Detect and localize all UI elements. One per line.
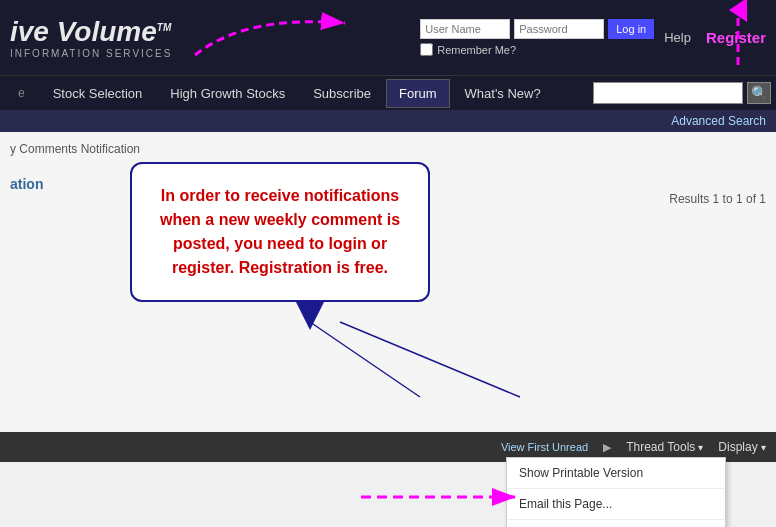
remember-checkbox[interactable] bbox=[420, 43, 433, 56]
header-right: Log in Remember Me? Help Register bbox=[420, 19, 766, 56]
svg-line-4 bbox=[340, 322, 520, 397]
advanced-search-bar: Advanced Search bbox=[0, 110, 776, 132]
thread-tools-button[interactable]: Thread Tools ▾ bbox=[626, 440, 703, 454]
logo: ive VolumeTM INFORMATION SERVICES bbox=[10, 16, 172, 59]
logo-subtitle: INFORMATION SERVICES bbox=[10, 48, 172, 59]
main-content: y Comments Notification ation Results 1 … bbox=[0, 132, 776, 432]
login-area: Log in Remember Me? bbox=[420, 19, 654, 56]
header-links: Help Register bbox=[664, 29, 766, 46]
dropdown-item-printable[interactable]: Show Printable Version bbox=[507, 458, 725, 489]
view-first-link[interactable]: View First Unread bbox=[501, 441, 588, 453]
search-button[interactable]: 🔍 bbox=[747, 82, 771, 104]
thread-tools-dropdown: Show Printable Version Email this Page..… bbox=[506, 457, 726, 527]
search-input[interactable] bbox=[593, 82, 743, 104]
login-row: Log in bbox=[420, 19, 654, 39]
register-link[interactable]: Register bbox=[706, 29, 766, 46]
login-button[interactable]: Log in bbox=[608, 19, 654, 39]
separator-icon: ▶ bbox=[603, 441, 611, 454]
thread-tools-chevron-icon: ▾ bbox=[698, 442, 703, 453]
nav-item-forum[interactable]: Forum bbox=[386, 79, 450, 108]
display-button[interactable]: Display ▾ bbox=[718, 440, 766, 454]
username-input[interactable] bbox=[420, 19, 510, 39]
notification-label: y Comments Notification bbox=[10, 142, 766, 156]
nav-item-stock-selection[interactable]: Stock Selection bbox=[40, 79, 156, 108]
navbar: e Stock Selection High Growth Stocks Sub… bbox=[0, 75, 776, 110]
nav-search: 🔍 bbox=[593, 82, 771, 104]
search-icon: 🔍 bbox=[751, 85, 768, 101]
nav-item-whats-new[interactable]: What's New? bbox=[452, 79, 554, 108]
nav-item-home[interactable]: e bbox=[5, 79, 38, 107]
remember-label: Remember Me? bbox=[437, 44, 516, 56]
nav-item-subscribe[interactable]: Subscribe bbox=[300, 79, 384, 108]
bottom-bar: View First Unread ▶ Thread Tools ▾ Displ… bbox=[0, 432, 776, 462]
page-wrapper: ive VolumeTM INFORMATION SERVICES Log in… bbox=[0, 0, 776, 527]
password-input[interactable] bbox=[514, 19, 604, 39]
header: ive VolumeTM INFORMATION SERVICES Log in… bbox=[0, 0, 776, 75]
dropdown-item-email[interactable]: Email this Page... bbox=[507, 489, 725, 520]
tooltip-bubble: In order to receive notifications when a… bbox=[130, 162, 430, 302]
advanced-search-link[interactable]: Advanced Search bbox=[671, 114, 766, 128]
dropdown-item-subscribe[interactable]: Subscribe to this Thread... bbox=[507, 520, 725, 527]
svg-line-3 bbox=[310, 322, 420, 397]
nav-item-high-growth[interactable]: High Growth Stocks bbox=[157, 79, 298, 108]
logo-title: ive VolumeTM bbox=[10, 16, 172, 48]
help-link[interactable]: Help bbox=[664, 30, 691, 45]
login-arrow-icon bbox=[185, 5, 385, 65]
remember-row: Remember Me? bbox=[420, 43, 654, 56]
display-chevron-icon: ▾ bbox=[761, 442, 766, 453]
tooltip-text: In order to receive notifications when a… bbox=[157, 184, 403, 280]
